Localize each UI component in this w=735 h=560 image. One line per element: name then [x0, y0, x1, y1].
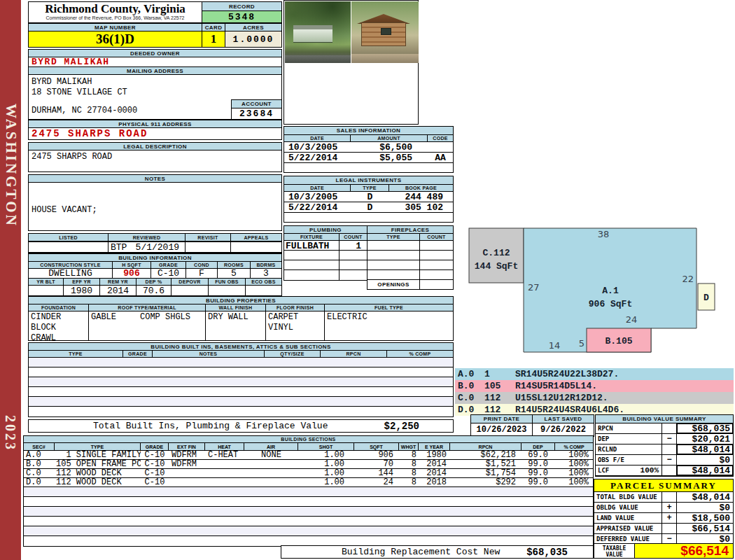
- built-ins-empty-row: [29, 407, 453, 416]
- bvs-sign: [662, 424, 676, 434]
- parcel-row-label: LAND VALUE: [594, 513, 662, 524]
- sales-title: SALES INFORMATION: [284, 127, 453, 135]
- sketch-dim-step: 5: [579, 338, 584, 349]
- air-label: AIR: [244, 443, 298, 451]
- parcel-row: LAND VALUE + $18,500: [594, 513, 733, 524]
- dep-cell: 99.0: [522, 460, 555, 468]
- legal-instruments: LEGAL INSTRUMENTS DATE TYPE BOOK PAGE 10…: [284, 176, 454, 223]
- grade-col-label: GRADE: [141, 443, 169, 451]
- sec-cell: A.0: [24, 451, 55, 459]
- legend-vector-path: R14SU5R14D5L14.: [512, 381, 734, 391]
- plumbing-empty-row: [284, 251, 367, 260]
- built-ins-empty-row: [29, 358, 453, 368]
- building-section-row: B.0 105 OPEN FRAME PCH C-10 WDFRM 1.00 7…: [24, 460, 593, 469]
- bvs-value: $68,035: [676, 424, 733, 434]
- sales-amount-cell: $5,055: [351, 153, 428, 163]
- replacement-cost-label: Building Replacement Cost New: [342, 547, 500, 557]
- bvs-value: $20,021: [676, 434, 733, 444]
- plumbing-empty-row: [284, 270, 367, 280]
- fuel-type-value: ELECTRIC: [325, 312, 453, 340]
- built-ins-table: BUILDING BUILT INS, BASEMENTS, ATTICS & …: [28, 342, 454, 417]
- parcel-sign: [662, 524, 676, 534]
- bvs-row: LCF 100% $48,014: [596, 465, 733, 476]
- legend-code: 112: [482, 405, 512, 415]
- ecoobs-value: [246, 286, 281, 295]
- built-ins-comp-label: % COMP: [387, 351, 453, 358]
- plumbing-title: PLUMBING: [284, 226, 367, 234]
- instruments-title: LEGAL INSTRUMENTS: [284, 176, 453, 185]
- print-date-box: PRINT DATE 10/26/2023: [470, 414, 533, 437]
- rooms-value: 5: [218, 269, 251, 279]
- property-photo-2[interactable]: [351, 1, 419, 63]
- sketch-legend-row: B.0 105 R14SU5R14D5L14.: [455, 380, 734, 392]
- sketch-a-sqft: 906 SqFt: [589, 299, 632, 309]
- funobs-label: FUN OBS: [209, 279, 246, 286]
- instruments-type-cell: D: [351, 202, 389, 213]
- parcel-value: $0: [676, 503, 733, 513]
- bvs-row-label: RPCN: [596, 424, 662, 434]
- built-ins-empty-row: [29, 397, 453, 407]
- revisit-label: REVISIT: [186, 234, 231, 241]
- plumbing-row: FULLBATH 1: [284, 241, 367, 251]
- built-ins-empty-row: [29, 368, 453, 377]
- legend-vector-path: SR14U5R24U22L38D27.: [512, 369, 734, 379]
- foundation-value: CINDER BLOCK CRAWL: [29, 312, 89, 340]
- effyr-label: EFF YR: [64, 279, 100, 286]
- comp-cell: 100%: [555, 478, 593, 486]
- parcel-row-label: TOTAL BLDG VALUE: [594, 492, 662, 503]
- notes-line-1: HOUSE VACANT;: [31, 205, 279, 216]
- county-header: Richmond County, Virginia Commissioner o…: [28, 1, 202, 23]
- legend-code: 105: [482, 381, 512, 391]
- appeals-label: APPEALS: [231, 234, 281, 241]
- funobs-value: [209, 286, 246, 295]
- heat-cell: [205, 460, 244, 468]
- sketch-dim-right: 22: [682, 274, 694, 284]
- sections-empty-row: [24, 536, 593, 546]
- house-shape: [293, 25, 332, 42]
- cond-value: F: [186, 269, 218, 279]
- instruments-bookpage-cell: 305 102: [389, 202, 453, 213]
- sqft-cell: 144: [354, 469, 399, 477]
- last-saved-box: LAST SAVED 9/26/2022: [533, 414, 594, 437]
- grade-cell: C-10: [141, 478, 169, 486]
- bvs-label-text: RCLND: [598, 446, 617, 453]
- property-photo-1[interactable]: [285, 1, 351, 63]
- rpcn-cell: $292: [450, 478, 522, 486]
- taxable-label-line-1: TAXABLE: [594, 545, 634, 552]
- sketch-b-label: B.105: [605, 336, 632, 346]
- bvs-row: OBS F/E − $0: [596, 455, 733, 465]
- deeded-owner-value: BYRD MALIKAH: [28, 57, 282, 67]
- sketch-dim-top: 38: [598, 229, 610, 239]
- roof-material-value: COMP SHGLS: [140, 312, 203, 322]
- sec-cell: B.0: [24, 460, 55, 468]
- comp-col-label: % COMP: [555, 443, 593, 451]
- dep-cell: 99.0: [522, 478, 555, 486]
- roof-value: GABLE COMP SHGLS: [89, 312, 206, 340]
- sketch-c-sqft: 144 SqFt: [475, 261, 518, 272]
- district-sidebar: WASHINGTON 2023: [0, 0, 21, 560]
- grade-cell: C-10: [141, 460, 169, 468]
- physical-address-value: 2475 SHARPS ROAD: [28, 127, 282, 140]
- wall-finish-value: DRY WALL: [206, 312, 266, 340]
- record-value: 5348: [202, 11, 281, 22]
- comp-cell: 100%: [555, 460, 593, 468]
- parcel-row: APPRAISED VALUE $66,514: [594, 524, 733, 534]
- deppct-label: DEP %: [136, 279, 172, 286]
- parcel-sign: [662, 492, 676, 503]
- building-information: BUILDING INFORMATION CONSTRUCTION STYLE …: [28, 253, 282, 296]
- openings-row: OPENINGS: [368, 280, 453, 289]
- eyear-cell: 1980: [419, 451, 450, 459]
- instruments-bookpage-label: BOOK PAGE: [389, 185, 453, 192]
- account-label: ACCOUNT: [232, 100, 281, 108]
- photo-frame: [284, 0, 419, 125]
- instruments-type-cell: D: [351, 192, 389, 202]
- notes-block: HOUSE VACANT; DB 305-102 from E Howard M…: [28, 182, 282, 231]
- construction-style-value: DWELLING: [29, 269, 113, 279]
- built-ins-title: BUILDING BUILT INS, BASEMENTS, ATTICS & …: [29, 343, 453, 351]
- wall-finish-label: WALL FINISH: [206, 304, 266, 312]
- sqft-cell: 906: [354, 451, 399, 459]
- floor-finish-value: CARPET VINYL: [266, 312, 325, 340]
- grade-cell: C-10: [141, 451, 169, 459]
- instruments-type-label: TYPE: [351, 185, 389, 192]
- instruments-date-label: DATE: [284, 185, 351, 192]
